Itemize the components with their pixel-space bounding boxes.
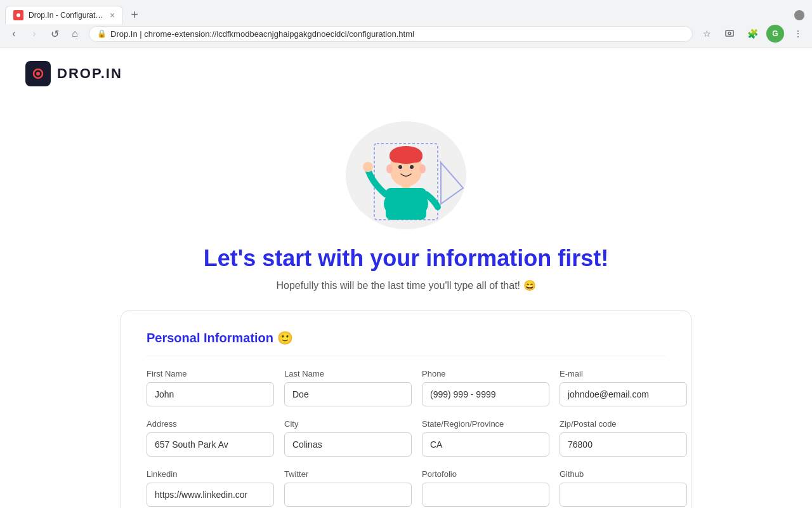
github-group: Github <box>560 469 687 507</box>
user-avatar[interactable]: G <box>766 25 784 43</box>
email-label: E-mail <box>560 369 687 378</box>
city-label: City <box>284 419 412 429</box>
state-input[interactable] <box>422 432 549 457</box>
browser-toolbar: ‹ › ↺ ⌂ 🔒 Drop.In | chrome-extension://l… <box>0 25 812 48</box>
tab-favicon <box>13 10 23 20</box>
hero-title: Let's start with your information first! <box>204 245 609 272</box>
address-bar[interactable]: 🔒 Drop.In | chrome-extension://lcdfkmodb… <box>89 26 693 42</box>
svg-rect-2 <box>726 30 733 36</box>
svg-point-1 <box>16 13 20 17</box>
toolbar-actions: ☆ 🧩 G ⋮ <box>698 25 807 43</box>
tab-close-button[interactable]: × <box>110 10 115 20</box>
twitter-label: Twitter <box>284 469 412 479</box>
form-row-2: Address City State/Region/Province Zip/P… <box>147 419 665 457</box>
last-name-input[interactable] <box>284 382 412 406</box>
active-tab[interactable]: Drop.In - Configuration × <box>5 6 123 24</box>
address-group: Address <box>147 419 274 457</box>
svg-point-6 <box>36 72 40 76</box>
logo-text: Drop.In <box>57 65 122 82</box>
zip-group: Zip/Postal code <box>560 419 687 457</box>
first-name-label: First Name <box>147 369 274 378</box>
github-label: Github <box>560 469 687 479</box>
form-row-3: Linkedin Twitter Portofolio Github <box>147 469 665 507</box>
new-tab-button[interactable]: + <box>126 5 143 25</box>
svg-rect-15 <box>390 151 422 163</box>
linkedin-label: Linkedin <box>147 469 274 479</box>
hero-subtitle: Hopefully this will be the last time you… <box>276 279 535 291</box>
address-label: Address <box>147 419 274 429</box>
svg-point-16 <box>386 164 393 173</box>
screenshot-icon[interactable] <box>721 25 738 43</box>
state-group: State/Region/Province <box>422 419 549 457</box>
svg-point-17 <box>419 164 426 173</box>
email-input[interactable] <box>560 382 687 406</box>
profile-icon <box>794 10 804 20</box>
first-name-input[interactable] <box>147 382 274 406</box>
url-text: Drop.In | chrome-extension://lcdfkmodbea… <box>110 29 684 39</box>
menu-icon[interactable]: ⋮ <box>789 25 807 43</box>
hero-section: Let's start with your information first!… <box>25 105 787 291</box>
section-title: Personal Information 🙂 <box>147 330 665 356</box>
form-row-1: First Name Last Name Phone E-mail <box>147 369 665 406</box>
svg-point-18 <box>398 165 402 169</box>
linkedin-group: Linkedin <box>147 469 274 507</box>
last-name-group: Last Name <box>284 369 412 406</box>
logo-icon <box>25 61 51 86</box>
svg-point-3 <box>728 32 731 35</box>
extensions-icon[interactable]: 🧩 <box>743 25 761 43</box>
star-icon[interactable]: ☆ <box>698 25 716 43</box>
phone-label: Phone <box>422 369 549 378</box>
portfolio-input[interactable] <box>422 483 549 507</box>
logo-area: Drop.In <box>25 61 787 86</box>
svg-rect-11 <box>386 188 426 220</box>
nav-controls: ‹ › ↺ ⌂ <box>5 25 84 43</box>
forward-button[interactable]: › <box>25 25 43 43</box>
tab-bar: Drop.In - Configuration × + <box>0 0 812 25</box>
last-name-label: Last Name <box>284 369 412 378</box>
svg-point-20 <box>363 162 373 172</box>
phone-input[interactable] <box>422 382 549 406</box>
address-input[interactable] <box>147 432 274 457</box>
tab-title: Drop.In - Configuration <box>29 11 105 20</box>
phone-group: Phone <box>422 369 549 406</box>
zip-input[interactable] <box>560 432 687 457</box>
email-group: E-mail <box>560 369 687 406</box>
hero-illustration <box>336 105 476 232</box>
portfolio-group: Portofolio <box>422 469 549 507</box>
city-input[interactable] <box>284 432 412 457</box>
city-group: City <box>284 419 412 457</box>
portfolio-label: Portofolio <box>422 469 549 479</box>
lock-icon: 🔒 <box>97 29 107 38</box>
svg-point-19 <box>410 165 414 169</box>
home-button[interactable]: ⌂ <box>66 25 84 43</box>
zip-label: Zip/Postal code <box>560 419 687 429</box>
twitter-group: Twitter <box>284 469 412 507</box>
linkedin-input[interactable] <box>147 483 274 507</box>
first-name-group: First Name <box>147 369 274 406</box>
twitter-input[interactable] <box>284 483 412 507</box>
form-card: Personal Information 🙂 First Name Last N… <box>121 311 691 508</box>
browser-chrome: Drop.In - Configuration × + ‹ › ↺ ⌂ 🔒 Dr… <box>0 0 812 48</box>
refresh-button[interactable]: ↺ <box>46 25 63 43</box>
back-button[interactable]: ‹ <box>5 25 23 43</box>
github-input[interactable] <box>560 483 687 507</box>
page-content: Drop.In <box>0 48 812 508</box>
state-label: State/Region/Province <box>422 419 549 429</box>
